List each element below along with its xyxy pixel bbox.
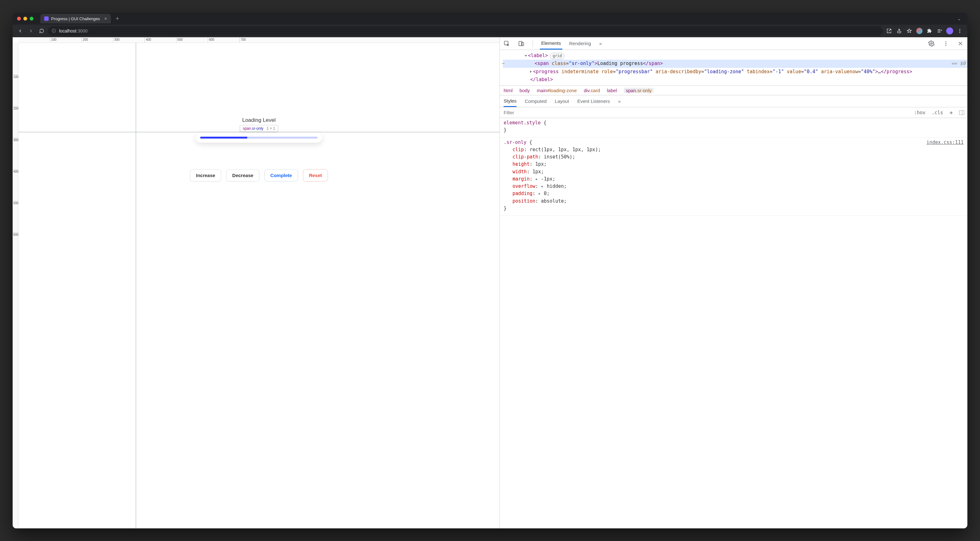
tab-rendering[interactable]: Rendering: [568, 38, 592, 49]
minimize-window-button[interactable]: [23, 17, 27, 21]
subtab-styles[interactable]: Styles: [504, 95, 517, 107]
progress-card: [196, 132, 322, 143]
tab-more[interactable]: »: [598, 38, 603, 49]
extensions-puzzle-icon[interactable]: [925, 27, 934, 35]
forward-button[interactable]: [27, 27, 35, 35]
devtools-tabstrip: Elements Rendering »: [500, 37, 967, 50]
omnibox[interactable]: ⓘ localhost:3000: [48, 26, 883, 36]
menu-kebab-icon[interactable]: [955, 27, 964, 35]
share-icon[interactable]: [895, 27, 904, 35]
tab-elements[interactable]: Elements: [540, 38, 562, 49]
ruler-horizontal: 100200300400500600700: [18, 37, 500, 43]
reset-button[interactable]: Reset: [303, 169, 328, 181]
url: localhost:3000: [59, 29, 88, 33]
breadcrumb-item[interactable]: span.sr-only: [624, 88, 654, 93]
extension-icon[interactable]: [915, 27, 924, 35]
reading-list-icon[interactable]: [935, 27, 944, 35]
styles-subtabs: Styles Computed Layout Event Listeners »: [500, 95, 967, 107]
page-heading: Loading Level: [242, 117, 275, 123]
profile-avatar[interactable]: [945, 27, 954, 35]
gear-icon[interactable]: [927, 39, 936, 48]
rendered-page: 100200300400500600700 100200300400500600…: [13, 37, 500, 528]
svg-point-9: [946, 43, 947, 44]
favicon: [44, 16, 49, 21]
browser-tab[interactable]: Progress | GUI Challenges ×: [40, 14, 111, 23]
breadcrumb-item[interactable]: html: [504, 88, 512, 93]
complete-button[interactable]: Complete: [264, 169, 298, 181]
close-tab-icon[interactable]: ×: [104, 16, 107, 21]
styles-filter-row: :hov .cls +: [500, 107, 967, 118]
kebab-icon[interactable]: [942, 39, 950, 48]
close-devtools-icon[interactable]: [956, 39, 965, 48]
subtab-computed[interactable]: Computed: [525, 96, 547, 107]
breadcrumb[interactable]: htmlbodymain#loading-zonediv.cardlabelsp…: [500, 86, 967, 95]
subtab-event-listeners[interactable]: Event Listeners: [577, 96, 610, 107]
inspect-tooltip: span.sr-only 1 × 1: [240, 125, 278, 132]
elements-tree[interactable]: <label>grid⋯<span class="sr-only">Loadin…: [500, 50, 967, 86]
breadcrumb-item[interactable]: body: [520, 88, 530, 93]
toggle-sidebar-icon[interactable]: [959, 110, 964, 115]
svg-point-8: [946, 41, 947, 42]
site-info-icon[interactable]: ⓘ: [52, 28, 56, 34]
new-style-rule-button[interactable]: +: [946, 107, 956, 118]
styles-filter-input[interactable]: [500, 107, 911, 118]
back-button[interactable]: [16, 27, 25, 35]
chevron-down-icon[interactable]: ⌄: [955, 16, 963, 21]
content-area: 100200300400500600700 100200300400500600…: [13, 37, 967, 528]
svg-point-3: [959, 32, 961, 33]
progress-track: [200, 137, 318, 138]
cls-toggle[interactable]: .cls: [929, 108, 946, 118]
increase-button[interactable]: Increase: [190, 169, 221, 181]
breadcrumb-item[interactable]: div.card: [584, 88, 600, 93]
new-tab-button[interactable]: +: [113, 16, 122, 22]
devtools-panel: Elements Rendering » <label>grid⋯<span c…: [500, 37, 967, 528]
breadcrumb-item[interactable]: main#loading-zone: [537, 88, 577, 93]
device-toolbar-icon[interactable]: [517, 39, 526, 48]
breadcrumb-item[interactable]: label: [607, 88, 617, 93]
svg-point-10: [946, 45, 947, 45]
tab-title: Progress | GUI Challenges: [51, 16, 100, 21]
svg-point-7: [931, 43, 932, 44]
progress-fill: [200, 137, 247, 138]
button-row: Increase Decrease Complete Reset: [190, 169, 328, 181]
svg-point-1: [959, 29, 961, 30]
titlebar: Progress | GUI Challenges × + ⌄: [13, 13, 967, 25]
subtab-more[interactable]: »: [618, 96, 621, 107]
hov-toggle[interactable]: :hov: [911, 108, 929, 118]
browser-window: Progress | GUI Challenges × + ⌄ ⓘ localh…: [13, 13, 967, 528]
window-controls: [17, 17, 33, 21]
decrease-button[interactable]: Decrease: [226, 169, 259, 181]
close-window-button[interactable]: [17, 17, 21, 21]
inspect-element-icon[interactable]: [502, 39, 511, 48]
reload-button[interactable]: [37, 27, 46, 35]
subtab-layout[interactable]: Layout: [555, 96, 569, 107]
styles-pane[interactable]: element.style {}index.css:111.sr-only {c…: [500, 118, 967, 528]
toolbar: ⓘ localhost:3000: [13, 25, 967, 37]
zoom-window-button[interactable]: [30, 17, 33, 21]
svg-point-2: [959, 30, 961, 32]
ruler-vertical: 100200300400500600: [13, 43, 18, 528]
open-external-icon[interactable]: [885, 27, 894, 35]
bookmark-icon[interactable]: [905, 27, 914, 35]
